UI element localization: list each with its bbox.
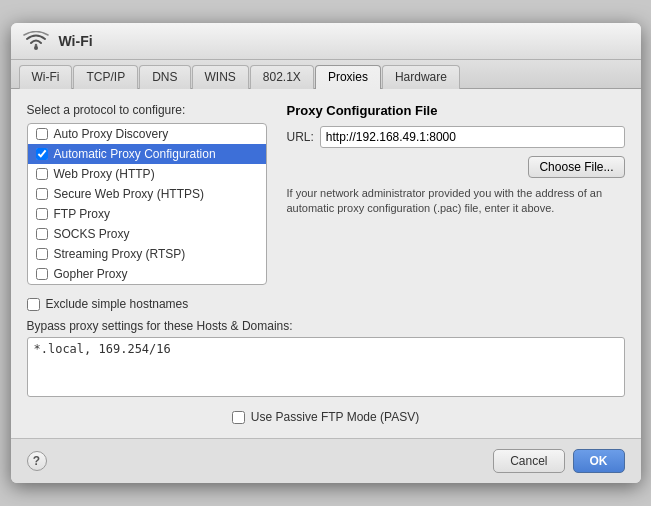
secure-web-proxy-checkbox[interactable] bbox=[36, 188, 48, 200]
auto-proxy-discovery-checkbox[interactable] bbox=[36, 128, 48, 140]
cancel-button[interactable]: Cancel bbox=[493, 449, 564, 473]
help-button[interactable]: ? bbox=[27, 451, 47, 471]
web-proxy-http-checkbox[interactable] bbox=[36, 168, 48, 180]
ok-button[interactable]: OK bbox=[573, 449, 625, 473]
titlebar: Wi-Fi bbox=[11, 23, 641, 60]
exclude-hostnames-row: Exclude simple hostnames bbox=[27, 297, 625, 311]
tab-dns[interactable]: DNS bbox=[139, 65, 190, 89]
bottom-options: Exclude simple hostnames Bypass proxy se… bbox=[27, 297, 625, 400]
bypass-section: Bypass proxy settings for these Hosts & … bbox=[27, 319, 625, 400]
footer-buttons: Cancel OK bbox=[493, 449, 624, 473]
auto-proxy-discovery-label: Auto Proxy Discovery bbox=[54, 127, 169, 141]
gopher-proxy-label: Gopher Proxy bbox=[54, 267, 128, 281]
tab-8021x[interactable]: 802.1X bbox=[250, 65, 314, 89]
protocol-section-label: Select a protocol to configure: bbox=[27, 103, 267, 117]
url-row: URL: bbox=[287, 126, 625, 148]
gopher-proxy-checkbox[interactable] bbox=[36, 268, 48, 280]
automatic-proxy-config-checkbox[interactable] bbox=[36, 148, 48, 160]
socks-proxy-checkbox[interactable] bbox=[36, 228, 48, 240]
protocol-gopher-proxy[interactable]: Gopher Proxy bbox=[28, 264, 266, 284]
protocol-list: Auto Proxy Discovery Automatic Proxy Con… bbox=[27, 123, 267, 285]
tab-wins[interactable]: WINS bbox=[192, 65, 249, 89]
protocol-automatic-proxy-config[interactable]: Automatic Proxy Configuration bbox=[28, 144, 266, 164]
footer: ? Cancel OK bbox=[11, 438, 641, 483]
exclude-hostnames-label: Exclude simple hostnames bbox=[46, 297, 189, 311]
protocol-web-proxy-http[interactable]: Web Proxy (HTTP) bbox=[28, 164, 266, 184]
tab-tcpip[interactable]: TCP/IP bbox=[73, 65, 138, 89]
url-label: URL: bbox=[287, 130, 314, 144]
ftp-proxy-label: FTP Proxy bbox=[54, 207, 110, 221]
proxy-info-text: If your network administrator provided y… bbox=[287, 186, 625, 217]
main-content: Select a protocol to configure: Auto Pro… bbox=[11, 89, 641, 438]
left-panel: Select a protocol to configure: Auto Pro… bbox=[27, 103, 267, 285]
proxy-config-title: Proxy Configuration File bbox=[287, 103, 625, 118]
protocol-socks-proxy[interactable]: SOCKS Proxy bbox=[28, 224, 266, 244]
automatic-proxy-config-label: Automatic Proxy Configuration bbox=[54, 147, 216, 161]
tab-wifi[interactable]: Wi-Fi bbox=[19, 65, 73, 89]
streaming-proxy-checkbox[interactable] bbox=[36, 248, 48, 260]
choose-file-button[interactable]: Choose File... bbox=[528, 156, 624, 178]
protocol-secure-web-proxy[interactable]: Secure Web Proxy (HTTPS) bbox=[28, 184, 266, 204]
socks-proxy-label: SOCKS Proxy bbox=[54, 227, 130, 241]
exclude-hostnames-checkbox[interactable] bbox=[27, 298, 40, 311]
streaming-proxy-label: Streaming Proxy (RTSP) bbox=[54, 247, 186, 261]
main-window: Wi-Fi Wi-Fi TCP/IP DNS WINS 802.1X Proxi… bbox=[11, 23, 641, 483]
tabs-bar: Wi-Fi TCP/IP DNS WINS 802.1X Proxies Har… bbox=[11, 60, 641, 89]
tab-proxies[interactable]: Proxies bbox=[315, 65, 381, 89]
right-panel: Proxy Configuration File URL: Choose Fil… bbox=[287, 103, 625, 285]
passive-ftp-checkbox[interactable] bbox=[232, 411, 245, 424]
protocol-auto-proxy-discovery[interactable]: Auto Proxy Discovery bbox=[28, 124, 266, 144]
web-proxy-http-label: Web Proxy (HTTP) bbox=[54, 167, 155, 181]
tab-hardware[interactable]: Hardware bbox=[382, 65, 460, 89]
ftp-proxy-checkbox[interactable] bbox=[36, 208, 48, 220]
wifi-icon bbox=[23, 31, 49, 51]
url-input[interactable] bbox=[320, 126, 625, 148]
passive-ftp-row: Use Passive FTP Mode (PASV) bbox=[27, 410, 625, 424]
window-title: Wi-Fi bbox=[59, 33, 93, 49]
bypass-textarea[interactable] bbox=[27, 337, 625, 397]
bypass-label: Bypass proxy settings for these Hosts & … bbox=[27, 319, 625, 333]
passive-ftp-label: Use Passive FTP Mode (PASV) bbox=[251, 410, 419, 424]
secure-web-proxy-label: Secure Web Proxy (HTTPS) bbox=[54, 187, 204, 201]
svg-point-0 bbox=[34, 46, 38, 50]
protocol-ftp-proxy[interactable]: FTP Proxy bbox=[28, 204, 266, 224]
protocol-streaming-proxy[interactable]: Streaming Proxy (RTSP) bbox=[28, 244, 266, 264]
main-row: Select a protocol to configure: Auto Pro… bbox=[27, 103, 625, 285]
